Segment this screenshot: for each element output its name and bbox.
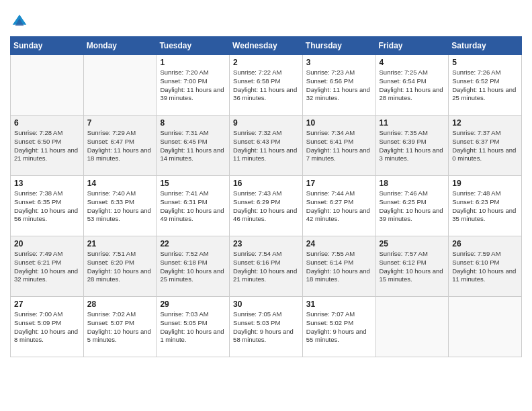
calendar-table: SundayMondayTuesdayWednesdayThursdayFrid… (10, 36, 522, 357)
logo (10, 11, 32, 31)
day-number: 6 (14, 118, 80, 128)
calendar-cell: 22Sunrise: 7:52 AM Sunset: 6:18 PM Dayli… (157, 236, 230, 297)
cell-details: Sunrise: 7:55 AM Sunset: 6:14 PM Dayligh… (306, 250, 372, 284)
calendar-cell: 1Sunrise: 7:20 AM Sunset: 7:00 PM Daylig… (157, 55, 230, 116)
calendar-cell: 24Sunrise: 7:55 AM Sunset: 6:14 PM Dayli… (302, 236, 375, 297)
cell-details: Sunrise: 7:07 AM Sunset: 5:02 PM Dayligh… (306, 310, 372, 345)
calendar-cell: 30Sunrise: 7:05 AM Sunset: 5:03 PM Dayli… (230, 297, 303, 357)
page-container: SundayMondayTuesdayWednesdayThursdayFrid… (0, 0, 532, 367)
day-number: 29 (160, 300, 226, 309)
calendar-cell: 16Sunrise: 7:43 AM Sunset: 6:29 PM Dayli… (230, 176, 303, 236)
weekday-header: Monday (83, 37, 157, 55)
day-number: 20 (14, 239, 80, 248)
calendar-cell: 18Sunrise: 7:46 AM Sunset: 6:25 PM Dayli… (375, 176, 449, 236)
cell-details: Sunrise: 7:02 AM Sunset: 5:07 PM Dayligh… (87, 310, 153, 345)
calendar-cell: 13Sunrise: 7:38 AM Sunset: 6:35 PM Dayli… (11, 176, 84, 236)
cell-details: Sunrise: 7:05 AM Sunset: 5:03 PM Dayligh… (233, 310, 299, 345)
day-number: 22 (160, 239, 226, 248)
cell-details: Sunrise: 7:28 AM Sunset: 6:50 PM Dayligh… (14, 129, 80, 163)
day-number: 1 (160, 58, 226, 67)
calendar-cell: 17Sunrise: 7:44 AM Sunset: 6:27 PM Dayli… (302, 176, 375, 236)
day-number: 27 (14, 300, 80, 309)
calendar-cell: 2Sunrise: 7:22 AM Sunset: 6:58 PM Daylig… (230, 55, 303, 116)
day-number: 15 (160, 179, 226, 188)
calendar-cell (11, 55, 84, 116)
calendar-cell: 3Sunrise: 7:23 AM Sunset: 6:56 PM Daylig… (302, 55, 375, 116)
cell-details: Sunrise: 7:43 AM Sunset: 6:29 PM Dayligh… (233, 189, 299, 224)
day-number: 4 (380, 58, 445, 67)
day-number: 3 (306, 58, 372, 67)
calendar-week-row: 20Sunrise: 7:49 AM Sunset: 6:21 PM Dayli… (11, 236, 522, 297)
cell-details: Sunrise: 7:31 AM Sunset: 6:45 PM Dayligh… (160, 129, 226, 163)
calendar-week-row: 13Sunrise: 7:38 AM Sunset: 6:35 PM Dayli… (11, 176, 522, 236)
day-number: 16 (233, 179, 299, 188)
day-number: 9 (233, 118, 299, 128)
cell-details: Sunrise: 7:34 AM Sunset: 6:41 PM Dayligh… (306, 129, 372, 163)
calendar-cell: 26Sunrise: 7:59 AM Sunset: 6:10 PM Dayli… (449, 236, 522, 297)
day-number: 31 (306, 300, 372, 309)
weekday-header: Wednesday (230, 37, 303, 55)
day-number: 11 (380, 118, 445, 128)
calendar-cell: 21Sunrise: 7:51 AM Sunset: 6:20 PM Dayli… (83, 236, 157, 297)
day-number: 23 (233, 239, 299, 248)
weekday-header: Saturday (449, 37, 522, 55)
cell-details: Sunrise: 7:37 AM Sunset: 6:37 PM Dayligh… (452, 129, 518, 163)
weekday-header: Sunday (11, 37, 84, 55)
cell-details: Sunrise: 7:22 AM Sunset: 6:58 PM Dayligh… (233, 68, 299, 103)
weekday-header: Tuesday (157, 37, 230, 55)
day-number: 26 (452, 239, 518, 248)
calendar-cell: 23Sunrise: 7:54 AM Sunset: 6:16 PM Dayli… (230, 236, 303, 297)
calendar-cell (375, 297, 449, 357)
day-number: 25 (380, 239, 445, 248)
day-number: 2 (233, 58, 299, 67)
day-number: 18 (380, 179, 445, 188)
day-number: 24 (306, 239, 372, 248)
calendar-header-row: SundayMondayTuesdayWednesdayThursdayFrid… (11, 37, 522, 55)
cell-details: Sunrise: 7:03 AM Sunset: 5:05 PM Dayligh… (160, 310, 226, 345)
cell-details: Sunrise: 7:26 AM Sunset: 6:52 PM Dayligh… (452, 68, 518, 103)
calendar-cell: 7Sunrise: 7:29 AM Sunset: 6:47 PM Daylig… (83, 116, 157, 176)
calendar-cell (83, 55, 157, 116)
cell-details: Sunrise: 7:48 AM Sunset: 6:23 PM Dayligh… (452, 189, 518, 224)
cell-details: Sunrise: 7:41 AM Sunset: 6:31 PM Dayligh… (160, 189, 226, 224)
calendar-cell: 6Sunrise: 7:28 AM Sunset: 6:50 PM Daylig… (11, 116, 84, 176)
logo-icon (10, 12, 29, 31)
page-header (10, 7, 522, 31)
cell-details: Sunrise: 7:44 AM Sunset: 6:27 PM Dayligh… (306, 189, 372, 224)
calendar-cell: 20Sunrise: 7:49 AM Sunset: 6:21 PM Dayli… (11, 236, 84, 297)
calendar-cell: 27Sunrise: 7:00 AM Sunset: 5:09 PM Dayli… (11, 297, 84, 357)
cell-details: Sunrise: 7:59 AM Sunset: 6:10 PM Dayligh… (452, 250, 518, 284)
weekday-header: Thursday (302, 37, 375, 55)
calendar-cell: 29Sunrise: 7:03 AM Sunset: 5:05 PM Dayli… (157, 297, 230, 357)
cell-details: Sunrise: 7:29 AM Sunset: 6:47 PM Dayligh… (87, 129, 153, 163)
cell-details: Sunrise: 7:46 AM Sunset: 6:25 PM Dayligh… (380, 189, 445, 224)
day-number: 30 (233, 300, 299, 309)
cell-details: Sunrise: 7:23 AM Sunset: 6:56 PM Dayligh… (306, 68, 372, 103)
weekday-header: Friday (375, 37, 449, 55)
cell-details: Sunrise: 7:00 AM Sunset: 5:09 PM Dayligh… (14, 310, 80, 345)
calendar-cell: 31Sunrise: 7:07 AM Sunset: 5:02 PM Dayli… (302, 297, 375, 357)
day-number: 21 (87, 239, 153, 248)
cell-details: Sunrise: 7:20 AM Sunset: 7:00 PM Dayligh… (160, 68, 226, 103)
day-number: 13 (14, 179, 80, 188)
day-number: 8 (160, 118, 226, 128)
day-number: 14 (87, 179, 153, 188)
cell-details: Sunrise: 7:54 AM Sunset: 6:16 PM Dayligh… (233, 250, 299, 284)
cell-details: Sunrise: 7:25 AM Sunset: 6:54 PM Dayligh… (380, 68, 445, 103)
cell-details: Sunrise: 7:52 AM Sunset: 6:18 PM Dayligh… (160, 250, 226, 284)
calendar-cell: 10Sunrise: 7:34 AM Sunset: 6:41 PM Dayli… (302, 116, 375, 176)
day-number: 17 (306, 179, 372, 188)
calendar-cell (449, 297, 522, 357)
calendar-cell: 14Sunrise: 7:40 AM Sunset: 6:33 PM Dayli… (83, 176, 157, 236)
calendar-cell: 9Sunrise: 7:32 AM Sunset: 6:43 PM Daylig… (230, 116, 303, 176)
cell-details: Sunrise: 7:57 AM Sunset: 6:12 PM Dayligh… (380, 250, 445, 284)
calendar-week-row: 27Sunrise: 7:00 AM Sunset: 5:09 PM Dayli… (11, 297, 522, 357)
calendar-cell: 5Sunrise: 7:26 AM Sunset: 6:52 PM Daylig… (449, 55, 522, 116)
calendar-week-row: 1Sunrise: 7:20 AM Sunset: 7:00 PM Daylig… (11, 55, 522, 116)
cell-details: Sunrise: 7:32 AM Sunset: 6:43 PM Dayligh… (233, 129, 299, 163)
day-number: 12 (452, 118, 518, 128)
day-number: 19 (452, 179, 518, 188)
day-number: 7 (87, 118, 153, 128)
calendar-cell: 8Sunrise: 7:31 AM Sunset: 6:45 PM Daylig… (157, 116, 230, 176)
calendar-cell: 4Sunrise: 7:25 AM Sunset: 6:54 PM Daylig… (375, 55, 449, 116)
